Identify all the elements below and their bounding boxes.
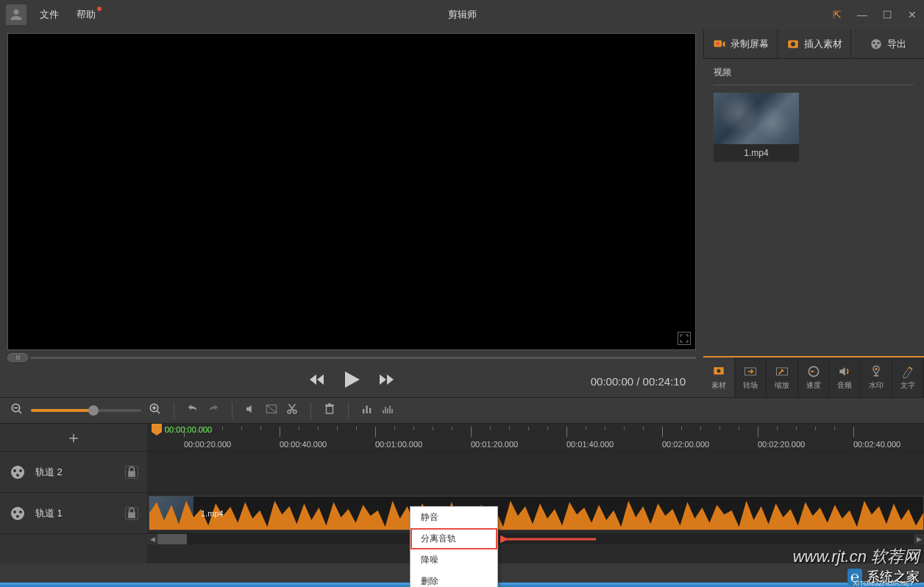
video-preview[interactable] [7,33,696,350]
track-header-1[interactable]: 轨道 1 [0,493,147,534]
export-button[interactable]: 导出 [850,29,924,58]
equalizer-button[interactable] [381,402,394,419]
app-title: 剪辑师 [448,8,477,21]
lock-icon[interactable] [125,466,138,479]
svg-rect-26 [389,406,391,414]
tool-tabs: 素材 转场 缩放 速度 音频 水印 文字 [703,356,924,397]
fullscreen-icon[interactable] [678,332,691,345]
svg-point-36 [16,515,19,518]
svg-point-28 [11,466,24,479]
timeline-toolbar [0,397,924,424]
thumbnail-image [714,93,799,144]
tab-audio[interactable]: 音频 [829,357,861,397]
cut-button[interactable] [285,402,299,419]
user-avatar[interactable] [6,4,26,25]
forward-button[interactable] [378,373,394,389]
svg-rect-20 [363,409,364,413]
scrollbar-thumb[interactable] [157,534,187,544]
seek-track[interactable] [31,357,696,359]
record-screen-button[interactable]: 录制屏幕 [703,29,777,58]
waveform [149,497,923,530]
svg-point-31 [16,474,19,477]
ruler-tick: 00:02:40.000 [853,440,900,449]
svg-point-7 [875,45,877,47]
zoom-slider[interactable] [31,409,141,412]
svg-point-33 [11,507,24,520]
timecode: 00:00:00 / 00:24:10 [591,375,686,388]
watermark-2: ℮ 系统之家 XITONGZHIJIA.NET [847,568,920,586]
watermark-1: www.rjt.cn 软荐网 [793,546,920,568]
titlebar: 文件 帮助 剪辑师 ⇱ — ☐ ✕ [0,0,924,29]
close-button[interactable]: ✕ [906,9,918,21]
zoom-out-button[interactable] [10,402,24,419]
maximize-button[interactable]: ☐ [881,9,893,21]
play-button[interactable] [343,370,360,392]
video-clip[interactable]: 1.mp4 [149,496,924,530]
tab-material[interactable]: 素材 [703,357,735,397]
svg-rect-25 [387,408,388,413]
scroll-left-icon[interactable]: ◀ [147,534,157,544]
undo-button[interactable] [186,402,199,419]
seek-handle[interactable] [7,353,28,362]
tab-watermark[interactable]: 水印 [861,357,892,397]
svg-rect-14 [874,375,879,377]
playback-controls: 00:00:00 / 00:24:10 [7,365,696,397]
tab-text[interactable]: 文字 [892,357,924,397]
add-track-button[interactable]: ＋ [0,424,147,452]
top-actions: 录制屏幕 插入素材 导出 [703,29,924,59]
levels-button[interactable] [360,402,374,419]
media-section-video-header: 视频 [714,66,914,85]
svg-point-3 [791,42,795,46]
menu-file[interactable]: 文件 [40,8,59,21]
media-thumbnail[interactable]: 1.mp4 [714,93,799,162]
tab-zoom[interactable]: 缩放 [767,357,798,397]
seek-bar[interactable] [7,350,696,365]
svg-point-13 [875,368,878,370]
ctx-delete[interactable]: 删除 [411,571,497,587]
track-headers: ＋ 轨道 2 轨道 1 [0,424,147,563]
scroll-right-icon[interactable]: ▶ [914,534,924,544]
redo-button[interactable] [207,402,220,419]
svg-point-30 [19,469,22,472]
ruler-tick: 00:00:40.000 [280,440,327,449]
svg-point-5 [873,42,875,44]
zoom-in-button[interactable] [149,402,162,419]
main-area: 00:00:00 / 00:24:10 录制屏幕 插入素材 导出 视频 1.mp… [0,29,924,397]
annotation-arrow [500,532,603,547]
ruler-tick: 00:01:40.000 [566,440,614,449]
tab-transition[interactable]: 转场 [735,357,767,397]
svg-point-6 [877,42,879,44]
svg-rect-21 [366,406,368,414]
menu-help[interactable]: 帮助 [77,8,96,21]
import-media-button[interactable]: 插入素材 [777,29,850,58]
notification-dot [97,7,102,11]
svg-rect-32 [128,471,135,477]
rewind-button[interactable] [309,373,325,389]
svg-rect-23 [383,410,384,414]
ctx-denoise[interactable]: 降噪 [411,549,497,571]
lock-icon[interactable] [125,507,138,520]
timeline-ruler[interactable]: 00:00:00.000 00:00:20.00000:00:40.00000:… [147,424,924,452]
tab-speed[interactable]: 速度 [798,357,830,397]
svg-point-34 [13,510,16,513]
track-header-2[interactable]: 轨道 2 [0,452,147,493]
detach-audio-button[interactable] [265,402,278,419]
svg-point-4 [871,39,881,49]
ctx-mute[interactable]: 静音 [411,507,497,528]
track-lane-1[interactable]: 1.mp4 [147,493,924,534]
svg-rect-37 [128,512,135,518]
ctx-separate-audio[interactable]: 分离音轨 [411,528,497,549]
svg-point-1 [716,42,719,46]
ruler-tick: 00:02:20.000 [758,440,805,449]
minimize-button[interactable]: — [856,9,868,21]
preview-area: 00:00:00 / 00:24:10 [0,29,703,397]
popout-icon[interactable]: ⇱ [831,9,843,21]
media-library: 视频 1.mp4 [703,59,924,169]
mute-toggle-button[interactable] [244,402,257,419]
track-lane-2[interactable] [147,452,924,493]
ruler-tick: 00:01:20.000 [471,440,518,449]
ruler-tick: 00:00:20.000 [184,440,231,449]
right-panel: 录制屏幕 插入素材 导出 视频 1.mp4 素材 转场 缩放 速度 音频 水 [703,29,924,397]
delete-button[interactable] [323,402,336,419]
playhead[interactable]: 00:00:00.000 [152,424,162,435]
